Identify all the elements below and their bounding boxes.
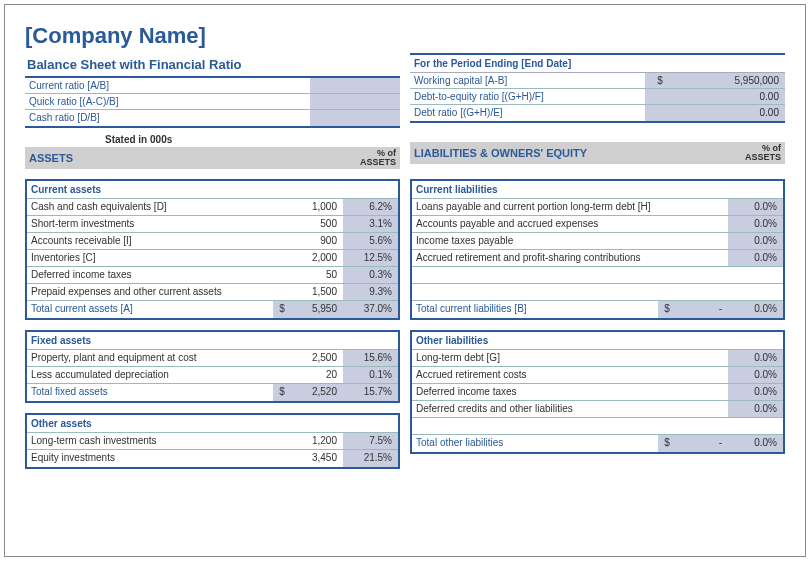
table-row: Short-term investments5003.1% <box>27 216 398 233</box>
table-total: Total other liabilities $- 0.0% <box>412 435 783 452</box>
table-row: Loans payable and current portion long-t… <box>412 199 783 216</box>
ratio-label: Current ratio [A/B] <box>25 78 310 93</box>
metric-currency <box>645 105 675 121</box>
subtitle: Balance Sheet with Financial Ratio <box>25 53 400 76</box>
table-total: Total current assets [A] $5,950 37.0% <box>27 301 398 318</box>
table-row: Deferred credits and other liabilities0.… <box>412 401 783 418</box>
current-assets-table: Current assets Cash and cash equivalents… <box>25 179 400 320</box>
liab-title: LIABILITIES & OWNERS' EQUITY <box>414 147 726 159</box>
right-body: Current liabilities Loans payable and cu… <box>410 169 785 469</box>
metric-label: Debt-to-equity ratio [(G+H)/F] <box>410 89 645 104</box>
table-row: Prepaid expenses and other current asset… <box>27 284 398 301</box>
ratio-box: Current ratio [A/B] Quick ratio [(A-C)/B… <box>25 76 400 128</box>
liab-bar: LIABILITIES & OWNERS' EQUITY % of ASSETS <box>410 142 785 164</box>
assets-title: ASSETS <box>29 152 341 164</box>
metric-value: 0.00 <box>675 105 785 121</box>
table-row-spacer <box>412 267 783 284</box>
ratio-value <box>310 110 400 126</box>
table-total: Total current liabilities [B] $- 0.0% <box>412 301 783 318</box>
company-name: [Company Name] <box>25 23 785 49</box>
ratio-row: Current ratio [A/B] <box>25 78 400 94</box>
table-row: Accounts receivable [I]9005.6% <box>27 233 398 250</box>
table-row: Less accumulated depreciation200.1% <box>27 367 398 384</box>
stated-in: Stated in 000s <box>25 128 400 147</box>
table-head: Other assets <box>27 415 398 433</box>
table-head: Current liabilities <box>412 181 783 199</box>
table-row: Inventories [C]2,00012.5% <box>27 250 398 267</box>
current-liabilities-table: Current liabilities Loans payable and cu… <box>410 179 785 320</box>
metric-value: 0.00 <box>675 89 785 104</box>
metric-value: 5,950,000 <box>675 73 785 88</box>
assets-pct-label: % of ASSETS <box>341 149 396 167</box>
table-row: Property, plant and equipment at cost2,5… <box>27 350 398 367</box>
body-columns: Current assets Cash and cash equivalents… <box>25 169 785 469</box>
right-top: For the Period Ending [End Date] Working… <box>410 53 785 169</box>
ratio-value <box>310 94 400 109</box>
table-row: Deferred income taxes500.3% <box>27 267 398 284</box>
metric-row: Debt ratio [(G+H)/E] 0.00 <box>410 105 785 121</box>
metric-row: Working capital [A-B] $ 5,950,000 <box>410 73 785 89</box>
table-row: Cash and cash equivalents [D]1,0006.2% <box>27 199 398 216</box>
balance-sheet-page: [Company Name] Balance Sheet with Financ… <box>4 4 806 557</box>
table-row: Equity investments3,45021.5% <box>27 450 398 467</box>
table-row: Accrued retirement and profit-sharing co… <box>412 250 783 267</box>
ratio-row: Quick ratio [(A-C)/B] <box>25 94 400 110</box>
table-head: Current assets <box>27 181 398 199</box>
other-assets-table: Other assets Long-term cash investments1… <box>25 413 400 469</box>
fixed-assets-table: Fixed assets Property, plant and equipme… <box>25 330 400 403</box>
metric-currency: $ <box>645 73 675 88</box>
table-row-spacer <box>412 418 783 435</box>
ratio-label: Cash ratio [D/B] <box>25 110 310 126</box>
metric-currency <box>645 89 675 104</box>
assets-bar: ASSETS % of ASSETS <box>25 147 400 169</box>
table-row-spacer <box>412 284 783 301</box>
period-header: For the Period Ending [End Date] <box>410 53 785 73</box>
ratio-value <box>310 78 400 93</box>
table-row: Income taxes payable0.0% <box>412 233 783 250</box>
ratio-label: Quick ratio [(A-C)/B] <box>25 94 310 109</box>
table-row: Accounts payable and accrued expenses0.0… <box>412 216 783 233</box>
table-row: Deferred income taxes0.0% <box>412 384 783 401</box>
other-liabilities-table: Other liabilities Long-term debt [G]0.0%… <box>410 330 785 454</box>
table-total: Total fixed assets $2,520 15.7% <box>27 384 398 401</box>
table-row: Long-term debt [G]0.0% <box>412 350 783 367</box>
metric-row: Debt-to-equity ratio [(G+H)/F] 0.00 <box>410 89 785 105</box>
top-columns: Balance Sheet with Financial Ratio Curre… <box>25 53 785 169</box>
left-body: Current assets Cash and cash equivalents… <box>25 169 400 469</box>
table-head: Fixed assets <box>27 332 398 350</box>
liab-pct-label: % of ASSETS <box>726 144 781 162</box>
table-row: Accrued retirement costs0.0% <box>412 367 783 384</box>
left-top: Balance Sheet with Financial Ratio Curre… <box>25 53 400 169</box>
ratio-row: Cash ratio [D/B] <box>25 110 400 126</box>
metrics-box: Working capital [A-B] $ 5,950,000 Debt-t… <box>410 73 785 123</box>
table-row: Long-term cash investments1,2007.5% <box>27 433 398 450</box>
metric-label: Debt ratio [(G+H)/E] <box>410 105 645 121</box>
metric-label: Working capital [A-B] <box>410 73 645 88</box>
table-head: Other liabilities <box>412 332 783 350</box>
